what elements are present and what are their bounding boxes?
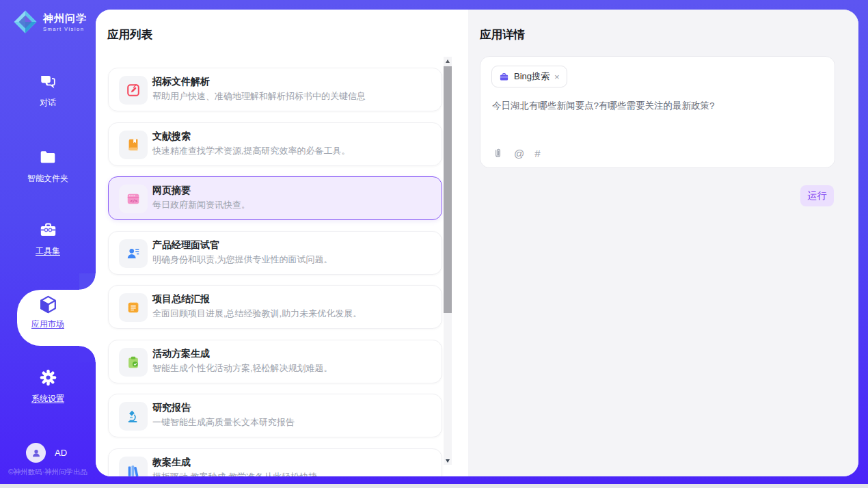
- app-desc: 每日政府新闻资讯快查。: [152, 199, 250, 211]
- scroll-up-button[interactable]: [444, 57, 452, 65]
- app-list-panel: 应用列表 招标文件解析帮助用户快速、准确地理解和解析招标书中的关键信息文献搜索快…: [96, 10, 468, 476]
- books-icon: [119, 457, 148, 477]
- sidebar: 神州问学 Smart Vision 对话智能文件夹工具集应用市场系统设置 AD …: [0, 0, 96, 488]
- user-row[interactable]: AD: [26, 443, 67, 463]
- copyright-text: ©神州数码·神州问学出品: [0, 467, 96, 477]
- app-desc: 全面回顾项目进展,总结经验教训,助力未来优化发展。: [152, 308, 362, 320]
- active-nav-notch-bottom: [79, 346, 96, 362]
- app-name: 项目总结汇报: [152, 293, 210, 306]
- folder-icon: [39, 148, 57, 167]
- sidebar-item-4[interactable]: 系统设置: [0, 368, 96, 405]
- brand-logo: 神州问学 Smart Vision: [12, 9, 87, 35]
- app-card-5[interactable]: 活动方案生成智能生成个性化活动方案,轻松解决规划难题。: [108, 340, 442, 383]
- at-mention-icon[interactable]: @: [514, 148, 524, 159]
- paperclip-icon[interactable]: [492, 148, 504, 159]
- brand-tagline: Smart Vision: [43, 26, 87, 32]
- tool-chip-label: Bing搜索: [514, 70, 550, 83]
- app-card-2[interactable]: </>网页摘要每日政府新闻资讯快查。: [108, 176, 442, 220]
- app-name: 产品经理面试官: [152, 239, 219, 252]
- app-desc: 快速精准查找学术资源,提高研究效率的必备工具。: [152, 145, 351, 157]
- content-panel: 应用列表 招标文件解析帮助用户快速、准确地理解和解析招标书中的关键信息文献搜索快…: [96, 10, 858, 476]
- app-desc: 模板驱动,教案秒成,教学准备从此轻松快捷: [152, 471, 317, 477]
- composer-toolbar: @ #: [492, 148, 541, 159]
- app-desc: 一键智能生成高质量长文本研究报告: [152, 416, 295, 429]
- scroll-down-button[interactable]: [444, 457, 452, 465]
- app-detail-panel: 应用详情 Bing搜索 × 今日湖北有哪些新闻要点?有哪些需要关注的最新政策?: [468, 10, 858, 476]
- clipboard-check-icon: [119, 348, 148, 377]
- app-desc: 帮助用户快速、准确地理解和解析招标书中的关键信息: [152, 90, 366, 103]
- app-cards: 招标文件解析帮助用户快速、准确地理解和解析招标书中的关键信息文献搜索快速精准查找…: [96, 10, 468, 476]
- arrow-down-icon: [446, 459, 450, 463]
- app-detail-title: 应用详情: [480, 27, 525, 42]
- book-icon: [119, 131, 148, 159]
- app-card-4[interactable]: 项目总结汇报全面回顾项目进展,总结经验教训,助力未来优化发展。: [108, 285, 442, 329]
- sidebar-item-2[interactable]: 工具集: [0, 221, 96, 257]
- active-nav-notch-top: [79, 273, 96, 290]
- interviewer-icon: [119, 239, 148, 268]
- microscope-icon: [119, 402, 148, 431]
- hash-icon[interactable]: #: [534, 148, 540, 159]
- app-name: 研究报告: [152, 402, 191, 414]
- svg-text:</>: </>: [130, 198, 137, 203]
- sidebar-item-label: 工具集: [0, 245, 96, 257]
- sidebar-item-label: 对话: [0, 97, 96, 109]
- app-window: 神州问学 Smart Vision 对话智能文件夹工具集应用市场系统设置 AD …: [0, 0, 868, 488]
- tool-chip-bing-search[interactable]: Bing搜索 ×: [491, 66, 567, 87]
- app-name: 网页摘要: [152, 185, 191, 197]
- document-edit-icon: [119, 76, 148, 105]
- sidebar-item-1[interactable]: 智能文件夹: [0, 148, 96, 185]
- app-card-3[interactable]: 产品经理面试官明确身份和职责,为您提供专业性的面试问题。: [108, 231, 442, 275]
- arrow-up-icon: [446, 59, 450, 63]
- bottom-strip: [0, 484, 868, 488]
- avatar[interactable]: [26, 443, 46, 463]
- briefcase-icon: [499, 72, 509, 82]
- run-button[interactable]: 运行: [800, 185, 834, 206]
- cube-icon: [38, 294, 59, 312]
- prompt-card: Bing搜索 × 今日湖北有哪些新闻要点?有哪些需要关注的最新政策? @ #: [480, 56, 835, 168]
- app-name: 招标文件解析: [152, 76, 210, 88]
- app-card-7[interactable]: 教案生成模板驱动,教案秒成,教学准备从此轻松快捷: [108, 448, 442, 477]
- chip-close-icon[interactable]: ×: [554, 72, 560, 81]
- diamond-logo-icon: [12, 9, 38, 35]
- app-name: 活动方案生成: [152, 348, 210, 360]
- scrollbar-thumb[interactable]: [444, 66, 452, 313]
- app-desc: 明确身份和职责,为您提供专业性的面试问题。: [152, 254, 333, 266]
- person-icon: [31, 448, 42, 459]
- sidebar-item-label: 智能文件夹: [0, 173, 96, 185]
- gear-icon: [39, 368, 57, 387]
- sidebar-item-label: 应用市场: [0, 318, 96, 330]
- scrollbar[interactable]: [444, 57, 452, 465]
- app-name: 文献搜索: [152, 131, 191, 143]
- user-name: AD: [55, 448, 67, 458]
- app-name: 教案生成: [152, 457, 191, 469]
- prompt-text[interactable]: 今日湖北有哪些新闻要点?有哪些需要关注的最新政策?: [492, 99, 820, 113]
- sidebar-item-3[interactable]: 应用市场: [0, 294, 96, 330]
- app-desc: 智能生成个性化活动方案,轻松解决规划难题。: [152, 362, 333, 375]
- app-card-6[interactable]: 研究报告一键智能生成高质量长文本研究报告: [108, 394, 442, 437]
- app-card-1[interactable]: 文献搜索快速精准查找学术资源,提高研究效率的必备工具。: [108, 122, 442, 166]
- chat-icon: [39, 72, 57, 91]
- brand-name: 神州问学: [43, 12, 87, 24]
- sidebar-item-0[interactable]: 对话: [0, 72, 96, 109]
- app-card-0[interactable]: 招标文件解析帮助用户快速、准确地理解和解析招标书中的关键信息: [108, 68, 442, 111]
- webpage-code-icon: </>: [119, 185, 148, 213]
- sidebar-item-label: 系统设置: [0, 393, 96, 405]
- toolbox-icon: [39, 221, 57, 239]
- summary-note-icon: [119, 293, 148, 322]
